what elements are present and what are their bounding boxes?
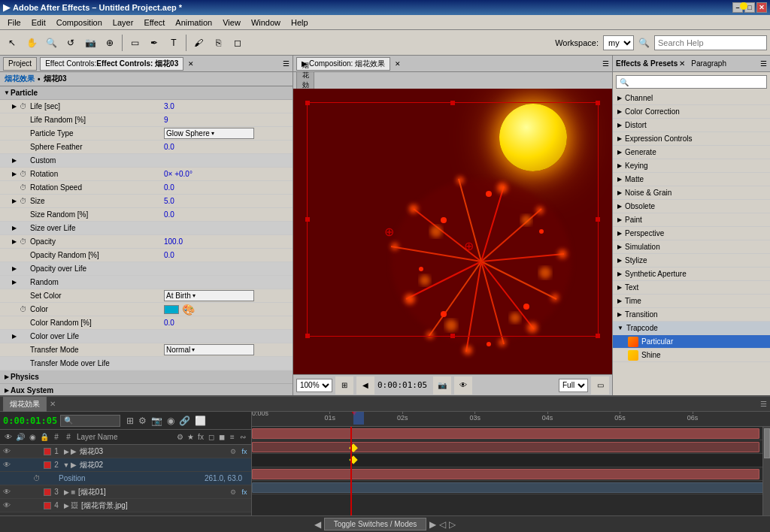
category-channel[interactable]: ▶ Channel: [613, 92, 770, 105]
tl-nav-left[interactable]: ◀: [314, 519, 321, 530]
paragraph-tab[interactable]: Paragraph: [691, 59, 726, 68]
prop-ool-arrow[interactable]: ▶: [11, 265, 18, 272]
maximize-button[interactable]: □: [744, 2, 755, 13]
comp-fit-btn[interactable]: ⊞: [335, 376, 353, 394]
tool-pen[interactable]: ✒: [145, 34, 163, 52]
prop-random[interactable]: ▶ Random: [0, 276, 293, 289]
category-expression[interactable]: ▶ Expression Controls: [613, 132, 770, 146]
prop-size-arrow[interactable]: ▶: [11, 198, 18, 204]
category-obsolete[interactable]: ▶ Obsolete: [613, 200, 770, 213]
track-1[interactable]: [252, 427, 770, 440]
prop-life-arrow[interactable]: ▶: [11, 103, 18, 110]
prop-op-value[interactable]: 100.0: [164, 237, 291, 246]
prop-tm-over-life[interactable]: Transfer Mode over Life: [0, 357, 293, 370]
layer4-vis[interactable]: 👁: [2, 501, 12, 509]
comp-prev-btn[interactable]: ◀: [356, 376, 374, 394]
layer1-fx[interactable]: fx: [239, 446, 250, 457]
tool-hand[interactable]: ✋: [23, 34, 41, 52]
category-transition[interactable]: ▶ Transition: [613, 308, 770, 322]
prop-rot-sw[interactable]: ⏱: [18, 170, 29, 178]
tool-brush[interactable]: 🖌: [189, 34, 208, 52]
prop-life-value[interactable]: 3.0: [164, 102, 291, 110]
layer3-expand[interactable]: ▶: [62, 488, 71, 496]
tool-zoom[interactable]: 🔍: [42, 34, 60, 52]
tl-toolbar-btn5[interactable]: 🔗: [179, 416, 190, 426]
prop-sf-value[interactable]: 0.0: [164, 143, 291, 151]
prop-or-value[interactable]: 0.0: [164, 251, 291, 259]
track-2-sub[interactable]: [252, 454, 770, 467]
layer3-vis[interactable]: 👁: [2, 488, 12, 496]
tl-expand-right[interactable]: ▷: [449, 519, 456, 530]
prop-custom[interactable]: ▶ Custom: [0, 154, 293, 168]
category-color-correction[interactable]: ▶ Color Correction: [613, 105, 770, 119]
composition-preview[interactable]: ⊕ ⊕: [293, 89, 612, 374]
tool-arrow[interactable]: ↖: [3, 34, 21, 52]
layer3-sw1[interactable]: ⚙: [228, 487, 238, 497]
aux-system-section[interactable]: ▶ Aux System: [0, 384, 293, 395]
color-swatch[interactable]: [164, 305, 179, 314]
layer1-vis[interactable]: 👁: [2, 447, 12, 455]
minimize-button[interactable]: –: [732, 2, 743, 13]
tl-toolbar-btn4[interactable]: ◉: [167, 416, 174, 426]
prop-rs-value[interactable]: 0.0: [164, 183, 291, 192]
breadcrumb-link[interactable]: 烟花效果: [5, 74, 35, 84]
prop-size-sw[interactable]: ⏱: [18, 197, 29, 205]
menu-help[interactable]: Help: [286, 17, 313, 29]
search-help-input[interactable]: [654, 35, 767, 50]
category-simulation[interactable]: ▶ Simulation: [613, 240, 770, 254]
menu-effect[interactable]: Effect: [139, 17, 169, 29]
layer-row-4[interactable]: 👁 4 ▶ 🖼 [烟花背景.jpg]: [0, 499, 251, 512]
tl-expand-left[interactable]: ◁: [439, 519, 446, 530]
effect-particular[interactable]: Particular: [613, 335, 770, 349]
panel-menu[interactable]: ☰: [283, 59, 290, 68]
prop-col-sw[interactable]: ⏱: [18, 305, 29, 313]
effect-controls-panel[interactable]: ▼ Particle ▶ ⏱ Life [sec] 3.0 Life Rando…: [0, 86, 293, 395]
tab-effect-controls[interactable]: Effect Controls: Effect Controls: 烟花03: [40, 57, 183, 71]
category-time[interactable]: ▶ Time: [613, 295, 770, 308]
track-2[interactable]: [252, 440, 770, 454]
category-matte[interactable]: ▶ Matte: [613, 173, 770, 186]
tl-nav-right[interactable]: ▶: [429, 519, 436, 530]
timeline-tab[interactable]: 烟花効果: [3, 397, 47, 412]
prop-sc-dropdown[interactable]: At Birth ▾: [164, 290, 254, 301]
tab-project[interactable]: Project: [3, 57, 37, 71]
effects-panel-menu[interactable]: ☰: [760, 59, 767, 68]
tracks-scrollbar[interactable]: [762, 427, 770, 515]
category-distort[interactable]: ▶ Distort: [613, 119, 770, 132]
timeline-tab-close[interactable]: ✕: [50, 400, 56, 408]
tl-toolbar-btn2[interactable]: ⚙: [138, 416, 147, 426]
category-text[interactable]: ▶ Text: [613, 281, 770, 295]
tool-camera[interactable]: 📷: [81, 34, 99, 52]
tl-toolbar-btn1[interactable]: ⊞: [126, 416, 134, 426]
color-picker-icon[interactable]: 🎨: [182, 304, 195, 316]
particle-section[interactable]: ▼ Particle: [0, 86, 293, 100]
menu-window[interactable]: Window: [247, 17, 285, 29]
prop-custom-arrow[interactable]: ▶: [11, 157, 18, 164]
track-4[interactable]: [252, 481, 770, 494]
layer-row-3[interactable]: 👁 3 ▶ ■ [烟花01] ⚙ fx: [0, 485, 251, 499]
prop-opacity-over-life[interactable]: ▶ Opacity over Life: [0, 262, 293, 276]
menu-edit[interactable]: Edit: [27, 17, 50, 29]
comp-panel-menu[interactable]: ☰: [602, 59, 609, 68]
prop-rs-sw[interactable]: ⏱: [18, 183, 29, 192]
comp-tab[interactable]: ▶ Composition: 烟花效果: [296, 57, 390, 71]
prop-sol-arrow[interactable]: ▶: [11, 225, 18, 231]
physics-section[interactable]: ▶ Physics: [0, 370, 293, 384]
position-value[interactable]: 261.0, 63.0: [205, 474, 250, 482]
toggle-switches-modes[interactable]: Toggle Switches / Modes: [324, 518, 427, 530]
tool-eraser[interactable]: ◻: [229, 34, 247, 52]
layer1-sw1[interactable]: ⚙: [228, 446, 238, 457]
prop-size-value[interactable]: 5.0: [164, 197, 291, 205]
tl-timecode[interactable]: 0:00:01:05: [3, 416, 57, 426]
layer-row-1[interactable]: 👁 1 ▶ ▶ 烟花03 ⚙ fx: [0, 445, 251, 458]
tool-text[interactable]: T: [165, 34, 183, 52]
zoom-select[interactable]: 100%: [296, 379, 332, 392]
tool-orbit[interactable]: ⊕: [101, 34, 119, 52]
effects-tab-close[interactable]: ✕: [679, 59, 685, 68]
category-keying[interactable]: ▶ Keying: [613, 159, 770, 173]
prop-covl-arrow[interactable]: ▶: [11, 333, 18, 340]
tl-toolbar-btn3[interactable]: 📷: [151, 416, 162, 426]
prop-life-random-value[interactable]: 9: [164, 116, 291, 124]
tool-rect[interactable]: ▭: [126, 34, 144, 52]
tl-ruler[interactable]: 0:00s 01s 02s 03s: [252, 412, 770, 427]
